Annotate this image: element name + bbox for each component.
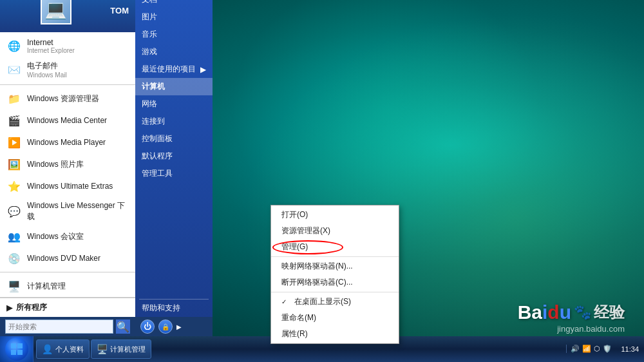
ctx-map-drive-label: 映射网络驱动器(N)...: [281, 261, 353, 272]
right-menu-computer[interactable]: 计算机: [135, 78, 213, 95]
baidu-tagline: 经验: [594, 302, 625, 323]
menu-item-internet[interactable]: 🌐 Internet Internet Explorer: [0, 35, 135, 57]
meeting-icon: 👥: [6, 229, 22, 244]
computer-task-label: 计算机管理: [110, 345, 146, 354]
dvd-maker-label: Windows DVD Maker: [27, 254, 129, 263]
svg-rect-2: [11, 350, 16, 355]
media-center-icon: 🎬: [6, 113, 22, 128]
menu-item-file-explorer[interactable]: 📁 Windows 资源管理器: [0, 88, 135, 110]
media-player-label: Windows Media Player: [27, 138, 129, 147]
user-avatar: 💻: [41, 0, 71, 24]
start-menu-right-panel: 文档 图片 音乐 游戏 最近使用的项目 ▶ 计算机 网络 连接到 控制面板 默认…: [135, 0, 213, 336]
live-messenger-label: Windows Live Messenger 下载: [27, 200, 129, 222]
baidu-subtitle: jingyan.baidu.com: [557, 324, 625, 334]
ctx-manage-label: 管理(G): [281, 242, 308, 252]
right-menu-documents[interactable]: 文档: [135, 0, 213, 8]
menu-divider-2: [0, 272, 135, 272]
recent-items-label: 最近使用的项目: [142, 64, 196, 75]
security-icon[interactable]: 🛡️: [603, 345, 612, 353]
right-menu-recent-items[interactable]: 最近使用的项目 ▶: [135, 61, 213, 78]
photo-gallery-label: Windows 照片库: [27, 159, 129, 170]
ctx-manage[interactable]: 管理(G): [271, 239, 399, 255]
desktop: 🗑️ 回收站 📁 Baidu 🐾 经验 jingyan.baidu.com 💻 …: [0, 0, 644, 362]
all-programs-section: ▶ 所有程序: [0, 297, 135, 317]
menu-item-photo-gallery[interactable]: 🖼️ Windows 照片库: [0, 153, 135, 175]
right-menu-connect-to[interactable]: 连接到: [135, 113, 213, 130]
taskbar-item-personal[interactable]: 👤 个人资料: [36, 339, 90, 359]
start-menu-items: 🌐 Internet Internet Explorer ✉️ 电子邮件 Win…: [0, 35, 135, 297]
svg-rect-3: [17, 350, 23, 355]
file-explorer-icon: 📁: [6, 91, 22, 106]
internet-label: Internet: [27, 38, 75, 47]
ctx-show-desktop-label: 在桌面上显示(S): [294, 296, 351, 307]
computer-manage-label: 计算机管理: [27, 281, 129, 292]
right-menu-manage-tools[interactable]: 管理工具: [135, 165, 213, 182]
start-button[interactable]: [0, 336, 33, 362]
ctx-rename-label: 重命名(M): [281, 312, 316, 323]
right-menu-games[interactable]: 游戏: [135, 43, 213, 61]
taskbar-right: 🔊 📶 ⬡ 🛡️ 11:34: [561, 345, 644, 354]
taskbar-item-computer-manage[interactable]: 🖥️ 计算机管理: [91, 339, 151, 359]
ctx-open[interactable]: 打开(O): [271, 207, 399, 223]
context-menu: 打开(O) 资源管理器(X) 管理(G) 映射网络驱动器(N)... 断开网络驱…: [270, 205, 399, 344]
arrow-menu-icon[interactable]: ▶: [176, 323, 182, 330]
baidu-watermark: Baidu 🐾 经验: [518, 301, 625, 323]
ctx-explore[interactable]: 资源管理器(X): [271, 223, 399, 239]
menu-item-ultimate-extras[interactable]: ⭐ Windows Ultimate Extras: [0, 175, 135, 197]
personal-label: 个人资料: [55, 345, 84, 354]
windows-orb: [5, 338, 28, 361]
all-programs-button[interactable]: ▶ 所有程序: [0, 298, 135, 317]
power-button[interactable]: ⏻: [140, 319, 155, 334]
right-menu-default-programs[interactable]: 默认程序: [135, 148, 213, 165]
ctx-map-drive[interactable]: 映射网络驱动器(N)...: [271, 258, 399, 274]
menu-item-live-messenger[interactable]: 💬 Windows Live Messenger 下载: [0, 197, 135, 225]
search-section: 🔍: [0, 317, 135, 336]
start-menu: 💻 TOM 🌐 Internet Internet Explorer: [0, 0, 277, 336]
ultimate-extras-label: Windows Ultimate Extras: [27, 182, 129, 191]
bluetooth-icon[interactable]: ⬡: [594, 345, 600, 353]
ctx-open-label: 打开(O): [281, 209, 308, 220]
right-menu-help[interactable]: 帮助和支持: [135, 300, 213, 317]
meeting-label: Windows 会议室: [27, 231, 129, 242]
svg-rect-1: [17, 343, 23, 348]
baidu-paw-icon: 🐾: [574, 304, 591, 321]
media-player-icon: ▶️: [6, 135, 22, 150]
clock-time: 11:34: [621, 345, 639, 354]
menu-item-computer-manage[interactable]: 🖥️ 计算机管理: [0, 275, 135, 297]
right-menu-music[interactable]: 音乐: [135, 26, 213, 43]
windows-logo-icon: [10, 343, 23, 356]
ctx-properties-label: 属性(R): [281, 329, 308, 339]
svg-rect-0: [11, 343, 16, 348]
right-menu-pictures[interactable]: 图片: [135, 8, 213, 26]
internet-sublabel: Internet Explorer: [27, 47, 75, 54]
live-messenger-icon: 💬: [6, 204, 22, 219]
network-icon[interactable]: 📶: [582, 345, 591, 353]
ctx-show-desktop[interactable]: ✓ 在桌面上显示(S): [271, 294, 399, 310]
user-name: TOM: [110, 6, 129, 15]
menu-item-media-center[interactable]: 🎬 Windows Media Center: [0, 110, 135, 131]
ctx-properties[interactable]: 属性(R): [271, 326, 399, 342]
menu-item-email[interactable]: ✉️ 电子邮件 Windows Mail: [0, 57, 135, 82]
search-input[interactable]: [5, 319, 113, 334]
volume-icon[interactable]: 🔊: [571, 345, 580, 353]
computer-manage-icon: 🖥️: [6, 278, 22, 294]
system-clock[interactable]: 11:34: [621, 345, 639, 354]
internet-icon: 🌐: [6, 39, 22, 54]
personal-icon: 👤: [42, 344, 53, 354]
right-menu-network[interactable]: 网络: [135, 95, 213, 113]
lock-button[interactable]: 🔒: [158, 319, 173, 334]
dvd-maker-icon: 💿: [6, 251, 22, 266]
menu-divider-1: [0, 84, 135, 85]
system-tray: 🔊 📶 ⬡ 🛡️: [566, 345, 616, 353]
ctx-disconnect-drive[interactable]: 断开网络驱动器(C)...: [271, 274, 399, 291]
right-menu-control-panel[interactable]: 控制面板: [135, 130, 213, 148]
menu-item-dvd-maker[interactable]: 💿 Windows DVD Maker: [0, 247, 135, 269]
menu-item-meeting[interactable]: 👥 Windows 会议室: [0, 225, 135, 247]
search-button[interactable]: 🔍: [116, 319, 130, 334]
email-label: 电子邮件: [27, 61, 67, 71]
power-controls: ⏻ 🔒 ▶: [135, 317, 213, 336]
menu-item-media-player[interactable]: ▶️ Windows Media Player: [0, 131, 135, 153]
email-icon: ✉️: [6, 62, 22, 77]
ctx-rename[interactable]: 重命名(M): [271, 310, 399, 326]
start-menu-left-panel: 💻 TOM 🌐 Internet Internet Explorer: [0, 0, 135, 336]
